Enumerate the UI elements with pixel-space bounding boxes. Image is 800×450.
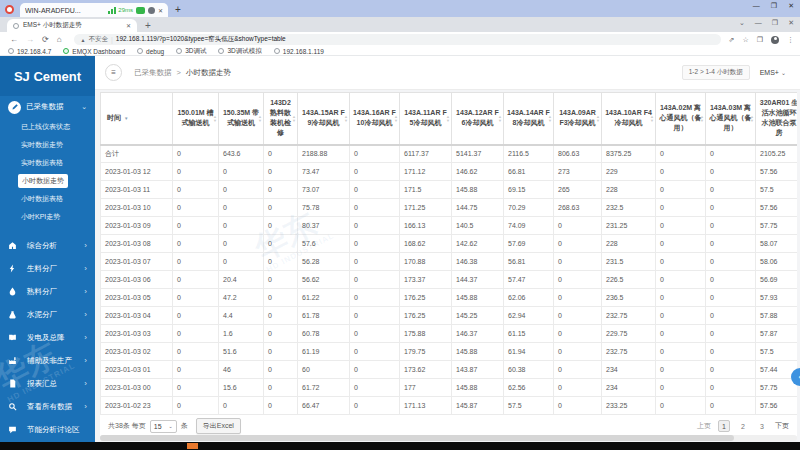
sidebar-item-发电及总降[interactable]: 发电及总降› bbox=[0, 326, 95, 349]
column-header[interactable]: 150.01M 槽式输送机 bbox=[173, 93, 219, 145]
remote-session-tab[interactable]: WIN-ARADFDU... 29ms bbox=[20, 3, 168, 17]
column-header-time[interactable]: 时间 bbox=[101, 93, 173, 145]
sort-icon[interactable] bbox=[596, 115, 600, 122]
sidebar-subitem-小时数据表格[interactable]: 小时数据表格 bbox=[0, 190, 95, 208]
sidebar-subitem-实时数据表格[interactable]: 实时数据表格 bbox=[0, 154, 95, 172]
pagination-page-1[interactable]: 1 bbox=[718, 420, 730, 432]
table-row[interactable]: 2023-01-03 1100073.070171.5145.8869.1526… bbox=[101, 181, 798, 199]
sort-icon[interactable] bbox=[650, 115, 654, 122]
table-row[interactable]: 2023-01-03 010460600173.62143.8760.38023… bbox=[101, 361, 798, 379]
column-header[interactable]: 143A.11AR F5冷却风机 bbox=[400, 93, 452, 145]
sort-icon[interactable] bbox=[446, 115, 450, 122]
sidebar-subitem-已上线仪表状态[interactable]: 已上线仪表状态 bbox=[0, 118, 95, 136]
tab-search-icon[interactable] bbox=[739, 19, 745, 27]
os-taskbar[interactable] bbox=[0, 442, 800, 450]
sort-icon[interactable] bbox=[292, 115, 296, 122]
pagination-prev-button[interactable]: 上页 bbox=[697, 421, 711, 431]
table-row[interactable]: 2023-01-03 02051.6061.190179.75145.8861.… bbox=[101, 343, 798, 361]
side-panel-icon[interactable] bbox=[757, 36, 763, 44]
reload-icon[interactable] bbox=[42, 35, 49, 44]
new-session-button[interactable]: + bbox=[175, 4, 181, 15]
sort-icon[interactable] bbox=[344, 115, 348, 122]
table-row[interactable]: 2023-01-03 1000075.780171.25144.7570.292… bbox=[101, 199, 798, 217]
sidebar-item-报表汇总[interactable]: 报表汇总› bbox=[0, 372, 95, 395]
table-row[interactable]: 2023-01-03 06020.4056.620173.37144.3757.… bbox=[101, 271, 798, 289]
sort-icon[interactable] bbox=[750, 115, 754, 122]
bookmark-item[interactable]: 192.168.4.7 bbox=[8, 48, 51, 55]
column-header[interactable]: 320AR01 生活水池循环水池联合泵房 bbox=[756, 93, 798, 145]
table-row[interactable]: 2023-01-03 0404.4061.780176.25145.2562.9… bbox=[101, 307, 798, 325]
bookmark-item[interactable]: 3D调试模拟 bbox=[218, 47, 261, 56]
sidebar-toggle-button[interactable] bbox=[105, 64, 122, 81]
new-tab-button[interactable]: + bbox=[145, 20, 151, 31]
bookmark-item[interactable]: debug bbox=[137, 48, 164, 55]
sidebar-item-熟料分厂[interactable]: 熟料分厂› bbox=[0, 280, 95, 303]
sidebar-item-节能分析讨论区[interactable]: 节能分析讨论区 bbox=[0, 418, 95, 441]
column-header[interactable]: 143A.15AR F9冷却风机 bbox=[298, 93, 350, 145]
pagination-next-button[interactable]: 下页 bbox=[775, 421, 789, 431]
browser-maximize-icon[interactable] bbox=[772, 19, 778, 27]
column-header[interactable]: 143A.02M 离心通风机（备用） bbox=[656, 93, 706, 145]
window-close-icon[interactable] bbox=[788, 2, 794, 10]
address-bar[interactable]: 不安全 | 192.168.1.119/?p=1020&typee=窑头低压&s… bbox=[74, 34, 721, 45]
table-row[interactable]: 2023-01-03 00015.6061.720177145.8862.560… bbox=[101, 379, 798, 397]
column-header[interactable]: 143A.09AR F3冷却风机 bbox=[554, 93, 602, 145]
column-header[interactable]: 143A.10AR F4冷却风机 bbox=[602, 93, 656, 145]
profile-avatar[interactable] bbox=[771, 36, 779, 44]
bookmark-item[interactable]: 3D调试 bbox=[176, 47, 206, 56]
sort-icon[interactable] bbox=[548, 115, 552, 122]
browser-close-icon[interactable] bbox=[788, 19, 794, 27]
export-excel-button[interactable]: 导出Excel bbox=[196, 418, 241, 434]
sort-icon[interactable] bbox=[394, 115, 398, 122]
table-row[interactable]: 合计0643.602188.8806117.375141.372116.5806… bbox=[101, 145, 798, 163]
column-header[interactable]: 143A.12AR F6冷却风机 bbox=[452, 93, 504, 145]
horizontal-scrollbar[interactable] bbox=[100, 435, 797, 441]
column-header[interactable]: 143D2 熟料散装机检修 bbox=[264, 93, 298, 145]
table-row[interactable]: 2023-01-03 1200073.470171.12146.6266.812… bbox=[101, 163, 798, 181]
close-session-icon[interactable] bbox=[158, 7, 163, 14]
table-row[interactable]: 2023-01-03 0700056.280170.88146.3856.810… bbox=[101, 253, 798, 271]
share-icon[interactable] bbox=[729, 36, 735, 44]
table-row[interactable]: 2023-01-03 0301.6060.780175.88146.3761.1… bbox=[101, 325, 798, 343]
window-restore-icon[interactable] bbox=[771, 2, 777, 10]
table-row[interactable]: 2023-01-02 2300066.470171.13145.8757.502… bbox=[101, 397, 798, 415]
sidebar-item-辅助及非生产[interactable]: 辅助及非生产› bbox=[0, 349, 95, 372]
breadcrumb-parent[interactable]: 已采集数据 bbox=[134, 68, 172, 77]
browser-tab[interactable]: EMS+ 小时数据走势 bbox=[7, 19, 137, 32]
browser-minimize-icon[interactable] bbox=[755, 19, 762, 27]
app-select-dropdown[interactable]: EMS+ bbox=[760, 69, 786, 76]
sidebar-item-生料分厂[interactable]: 生料分厂› bbox=[0, 257, 95, 280]
table-row[interactable]: 2023-01-03 05047.2061.220176.25145.8862.… bbox=[101, 289, 798, 307]
table-row[interactable]: 2023-01-03 0900080.370166.13140.574.0902… bbox=[101, 217, 798, 235]
window-minimize-icon[interactable] bbox=[753, 2, 760, 10]
sidebar-subitem-实时数据走势[interactable]: 实时数据走势 bbox=[0, 136, 95, 154]
forward-icon[interactable] bbox=[26, 35, 34, 44]
column-header[interactable]: 143A.16AR F10冷却风机 bbox=[350, 93, 400, 145]
taskbar-app-icon[interactable] bbox=[187, 443, 198, 449]
sidebar-subitem-小时KPI走势[interactable]: 小时KPI走势 bbox=[0, 208, 95, 226]
tab-close-icon[interactable] bbox=[126, 22, 131, 29]
browser-menu-icon[interactable] bbox=[787, 36, 794, 44]
column-header[interactable]: 150.35M 带式输送机 bbox=[219, 93, 264, 145]
column-header[interactable]: 143A.03M 离心通风机（备用） bbox=[706, 93, 756, 145]
page-size-select[interactable]: 15 bbox=[150, 420, 177, 433]
pagination-page-2[interactable]: 2 bbox=[737, 420, 749, 432]
sidebar-item-查看所有数据[interactable]: 查看所有数据› bbox=[0, 395, 95, 418]
sort-icon[interactable] bbox=[498, 115, 502, 122]
pagination-page-3[interactable]: 3 bbox=[756, 420, 768, 432]
table-row[interactable]: 2023-01-03 0800057.60168.62142.6257.6902… bbox=[101, 235, 798, 253]
sort-icon[interactable] bbox=[700, 115, 704, 122]
bookmark-item[interactable]: EMQX Dashboard bbox=[63, 48, 125, 55]
bookmark-item[interactable]: 192.168.1.119 bbox=[274, 48, 324, 55]
sort-icon[interactable] bbox=[213, 115, 217, 122]
column-header[interactable]: 143A.14AR F8冷却风机 bbox=[504, 93, 554, 145]
sidebar-item-水泥分厂[interactable]: 水泥分厂› bbox=[0, 303, 95, 326]
sort-icon[interactable] bbox=[258, 115, 262, 122]
sidebar-subitem-小时数据走势[interactable]: 小时数据走势 bbox=[0, 172, 95, 190]
scrollbar-thumb[interactable] bbox=[100, 435, 734, 441]
home-icon[interactable] bbox=[57, 35, 62, 44]
bookmark-star-icon[interactable] bbox=[742, 36, 748, 44]
back-icon[interactable] bbox=[10, 35, 18, 44]
sidebar-item-collected-data[interactable]: 已采集数据 bbox=[0, 96, 95, 118]
sidebar-item-综合分析[interactable]: 综合分析› bbox=[0, 234, 95, 257]
